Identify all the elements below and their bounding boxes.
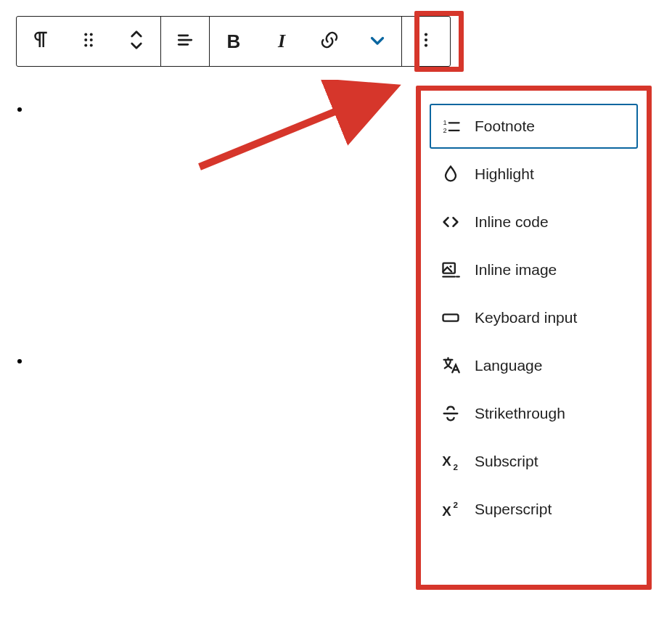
link-button[interactable] (306, 17, 353, 66)
chevron-down-icon (366, 29, 388, 54)
move-button[interactable] (112, 17, 160, 66)
annotation-arrow (192, 80, 403, 174)
align-icon (174, 29, 196, 54)
svg-point-10 (425, 38, 427, 41)
paragraph-icon (30, 29, 52, 54)
drag-handle-icon (78, 29, 99, 54)
list-bullet (17, 359, 22, 363)
link-icon (319, 29, 340, 54)
svg-text:2: 2 (454, 500, 459, 509)
svg-point-4 (84, 44, 87, 47)
more-formats-button[interactable] (353, 17, 401, 66)
drag-handle-button[interactable] (65, 17, 112, 66)
menu-item-subscript[interactable]: X 2 Subscript (430, 439, 638, 484)
svg-point-11 (425, 44, 427, 46)
menu-item-label: Language (475, 357, 628, 374)
align-button[interactable] (161, 17, 209, 66)
svg-point-0 (84, 33, 87, 36)
toolbar-group-align (161, 17, 210, 66)
toolbar-group-block (17, 17, 161, 66)
paragraph-button[interactable] (17, 17, 65, 66)
menu-item-language[interactable]: Language (430, 343, 638, 388)
more-formats-menu: 1 2 Footnote Highlight Inline code (421, 91, 647, 545)
menu-item-highlight[interactable]: Highlight (430, 152, 638, 197)
superscript-icon: X 2 (440, 498, 462, 520)
menu-item-label: Inline image (475, 261, 628, 279)
options-button[interactable] (402, 17, 450, 66)
bold-button[interactable]: B (210, 17, 258, 66)
menu-item-footnote[interactable]: 1 2 Footnote (430, 104, 638, 149)
svg-text:2: 2 (454, 462, 459, 472)
menu-item-superscript[interactable]: X 2 Superscript (430, 487, 638, 532)
svg-rect-21 (443, 314, 459, 321)
menu-item-label: Subscript (475, 453, 628, 470)
menu-item-label: Strikethrough (475, 405, 628, 422)
menu-item-keyboard-input[interactable]: Keyboard input (430, 295, 638, 340)
menu-item-label: Footnote (475, 118, 628, 135)
svg-point-9 (425, 33, 427, 36)
svg-point-5 (90, 44, 93, 47)
menu-item-label: Superscript (475, 501, 628, 518)
svg-text:1: 1 (443, 119, 447, 126)
menu-item-strikethrough[interactable]: Strikethrough (430, 391, 638, 436)
move-up-down-icon (126, 29, 147, 54)
menu-item-inline-code[interactable]: Inline code (430, 200, 638, 244)
svg-text:2: 2 (443, 127, 447, 134)
menu-item-label: Inline code (475, 213, 628, 231)
svg-point-3 (90, 38, 93, 41)
keyboard-input-icon (440, 307, 462, 329)
bold-icon: B (227, 30, 241, 53)
strikethrough-icon (440, 403, 462, 424)
toolbar-group-format: B I (210, 17, 402, 66)
menu-item-inline-image[interactable]: Inline image (430, 247, 638, 292)
italic-button[interactable]: I (258, 17, 306, 66)
inline-code-icon (440, 211, 462, 233)
svg-point-1 (90, 33, 93, 36)
block-toolbar: B I (16, 16, 451, 67)
svg-line-12 (200, 93, 381, 167)
more-vertical-icon (415, 29, 437, 54)
italic-icon: I (278, 30, 285, 52)
svg-text:X: X (442, 453, 451, 469)
language-icon (440, 355, 462, 377)
footnote-icon: 1 2 (440, 115, 462, 137)
inline-image-icon (440, 259, 462, 281)
svg-point-18 (449, 266, 451, 268)
subscript-icon: X 2 (440, 451, 462, 472)
highlight-icon (440, 163, 462, 185)
menu-item-label: Keyboard input (475, 309, 628, 326)
svg-point-2 (84, 38, 87, 41)
svg-text:X: X (442, 503, 451, 519)
toolbar-group-options (402, 17, 450, 66)
list-bullet (17, 107, 22, 112)
menu-item-label: Highlight (475, 165, 628, 183)
